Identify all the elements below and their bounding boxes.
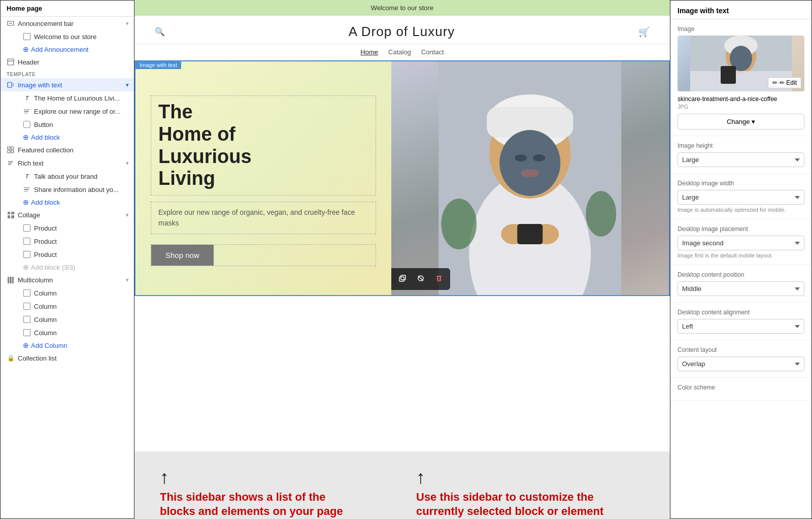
sidebar-item-brand-talk[interactable]: T Talk about your brand <box>1 170 134 183</box>
left-annotation: ↑ This sidebar shows a list of the block… <box>160 467 353 519</box>
image-placeholder <box>391 61 669 295</box>
iwt-content: TheHome ofLuxuriousLiving Explore our ne… <box>136 61 391 295</box>
sidebar-item-product-1[interactable]: Product <box>1 221 134 235</box>
corner-icon <box>23 33 31 41</box>
expand-icon-2: ▾ <box>126 160 129 167</box>
right-annotation-text: Use this sidebar to customize the curren… <box>416 490 629 519</box>
plus-disabled-icon: ⊕ <box>23 263 29 271</box>
column-2-label: Column <box>34 303 129 310</box>
svg-rect-10 <box>8 150 10 153</box>
collection-list-label: Collection list <box>18 354 129 362</box>
multicolumn-icon <box>7 276 15 284</box>
center-area: Welcome to our store 🔍 A Drop of Luxury … <box>134 0 670 519</box>
content-position-select[interactable]: Middle Top Bottom <box>678 281 804 296</box>
add-announcement-btn[interactable]: ⊕ Add Announcement <box>1 43 134 55</box>
lines-icon-2 <box>23 185 31 193</box>
content-layout-section: Content layout Overlap No overlap <box>670 340 811 378</box>
product-2-label: Product <box>34 238 129 245</box>
iwt-desc-box: Explore our new range of organic, vegan,… <box>151 202 376 234</box>
image-with-text-section[interactable]: Image with text TheHome ofLuxuriousLivin… <box>134 60 670 296</box>
corner-icon-3 <box>23 237 31 245</box>
sidebar-item-column-3[interactable]: Column <box>1 313 134 326</box>
sidebar-item-header[interactable]: Header <box>1 55 134 69</box>
change-image-btn[interactable]: Change ▾ <box>678 114 804 129</box>
button-icon <box>23 120 31 128</box>
plus-icon-4: ⊕ <box>23 341 29 349</box>
placement-select[interactable]: Image second Image first <box>678 236 804 250</box>
left-sidebar: Home page Announcement bar ▾ Welcome to … <box>0 0 134 519</box>
corner-icon-2 <box>23 224 31 232</box>
add-block-btn-1[interactable]: ⊕ Add block <box>1 131 134 143</box>
svg-rect-30 <box>401 275 405 280</box>
svg-point-21 <box>515 154 527 161</box>
edit-image-btn[interactable]: ✏ ✏ Edit <box>768 77 801 88</box>
duplicate-section-btn[interactable] <box>395 272 410 286</box>
sidebar-item-column-1[interactable]: Column <box>1 286 134 300</box>
svg-rect-4 <box>8 82 12 87</box>
desktop-width-select[interactable]: Large Small Medium <box>678 190 804 205</box>
sidebar-item-button[interactable]: Button <box>1 118 134 131</box>
sidebar-item-collection-list[interactable]: 🔒 Collection list <box>1 351 134 365</box>
sidebar-item-rich-text[interactable]: Rich text ▾ <box>1 156 134 170</box>
sidebar-item-hero-desc[interactable]: Explore our new range of or... <box>1 105 134 118</box>
column-3-label: Column <box>34 316 129 323</box>
sidebar-item-column-2[interactable]: Column <box>1 300 134 313</box>
section-tag: Image with text <box>136 61 181 69</box>
content-alignment-label: Desktop content alignment <box>678 309 804 316</box>
nav-contact[interactable]: Contact <box>421 48 444 56</box>
image-height-select[interactable]: Large Small Medium Adapt to image <box>678 152 804 167</box>
product-3-label: Product <box>34 251 129 258</box>
brand-talk-label: Talk about your brand <box>34 173 129 180</box>
sidebar-item-welcome[interactable]: Welcome to our store <box>1 30 134 43</box>
corner-icon-8 <box>23 329 31 337</box>
delete-section-btn[interactable] <box>432 272 446 286</box>
sidebar-item-multicolumn[interactable]: Multicolumn ▾ <box>1 273 134 286</box>
annotation-area: ↑ This sidebar shows a list of the block… <box>134 451 670 519</box>
svg-point-28 <box>586 191 617 237</box>
collage-label: Collage <box>18 211 123 219</box>
add-column-btn[interactable]: ⊕ Add Column <box>1 339 134 351</box>
corner-icon-5 <box>23 289 31 297</box>
sidebar-item-product-3[interactable]: Product <box>1 248 134 261</box>
right-annotation: ↑ Use this sidebar to customize the curr… <box>416 467 629 519</box>
iwt-btn-box: Shop now <box>151 244 376 266</box>
store-header: 🔍 A Drop of Luxury 🛒 <box>134 16 670 44</box>
expand-active-icon: ▾ <box>126 82 129 88</box>
sidebar-item-column-4[interactable]: Column <box>1 326 134 339</box>
svg-rect-26 <box>518 224 543 244</box>
iwt-container: TheHome ofLuxuriousLiving Explore our ne… <box>136 61 669 295</box>
cart-button[interactable]: 🛒 <box>638 26 650 38</box>
content-alignment-select[interactable]: Left Center Right <box>678 319 804 334</box>
add-block-disabled-btn: ⊕ Add block (3/3) <box>1 261 134 273</box>
sidebar-item-featured[interactable]: Featured collection <box>1 143 134 156</box>
sidebar-item-collage[interactable]: Collage ▾ <box>1 208 134 221</box>
pencil-icon: ✏ <box>772 79 777 86</box>
content-layout-select[interactable]: Overlap No overlap <box>678 356 804 371</box>
hide-section-btn[interactable] <box>414 272 428 286</box>
right-sidebar-image-section: Image ✏ ✏ Edit skincare-treatment-and-a-… <box>670 19 811 136</box>
nav-catalog[interactable]: Catalog <box>388 48 411 56</box>
sidebar-item-product-2[interactable]: Product <box>1 235 134 248</box>
right-arrow-icon: ↑ <box>416 467 425 488</box>
shop-now-button[interactable]: Shop now <box>151 245 214 266</box>
nav-home[interactable]: Home <box>360 48 378 56</box>
sidebar-item-hero-title[interactable]: T The Home of Luxurious Livi... <box>1 91 134 105</box>
sidebar-item-announcement[interactable]: Announcement bar ▾ <box>1 17 134 30</box>
image-height-section: Image height Large Small Medium Adapt to… <box>670 136 811 174</box>
featured-collection-label: Featured collection <box>18 146 129 154</box>
product-1-label: Product <box>34 224 129 232</box>
corner-icon-4 <box>23 250 31 258</box>
person-svg <box>391 61 669 295</box>
collage-icon <box>7 211 15 219</box>
search-button[interactable]: 🔍 <box>155 27 165 37</box>
column-1-label: Column <box>34 289 129 297</box>
sidebar-item-image-with-text[interactable]: Image with text ▾ <box>1 78 134 91</box>
right-sidebar-title: Image with text <box>670 1 811 19</box>
image-height-label: Image height <box>678 142 804 149</box>
sidebar-item-share-info[interactable]: Share information about yo... <box>1 183 134 196</box>
iwt-title-box: TheHome ofLuxuriousLiving <box>151 95 376 196</box>
add-block-btn-2[interactable]: ⊕ Add block <box>1 196 134 208</box>
mobile-hint: Image is automatically optimized for mob… <box>678 207 804 213</box>
svg-rect-29 <box>399 277 404 281</box>
column-4-label: Column <box>34 329 129 337</box>
